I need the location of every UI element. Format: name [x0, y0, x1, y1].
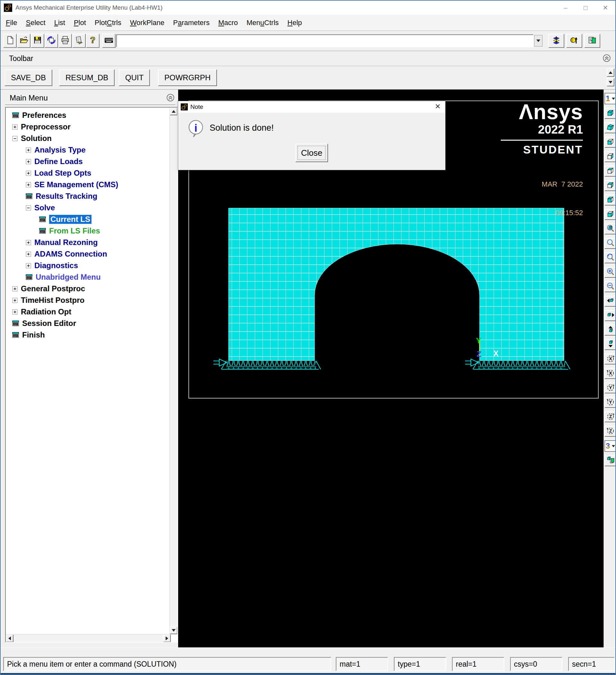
tree-item-unabridged-menu[interactable]: Unabridged Menu [6, 271, 168, 283]
expand-plus-icon[interactable] [26, 240, 31, 245]
save-db-button[interactable]: SAVE_DB [4, 69, 52, 86]
graphics-area[interactable]: Y Z X Λnsys 2022 R1 STUDENT MAR 7 2022 0… [178, 90, 604, 648]
tree-item-manual-rezoning[interactable]: Manual Rezoning [6, 237, 168, 248]
collapse-minus-icon[interactable] [12, 136, 18, 141]
expand-plus-icon[interactable] [12, 124, 18, 130]
menu-menuctrls[interactable]: MenuCtrls [246, 19, 279, 27]
tree-scroll-right[interactable] [163, 634, 171, 642]
expand-plus-icon[interactable] [12, 298, 18, 303]
rotate-x-neg-button[interactable]: X [604, 368, 616, 379]
zoom-window-button[interactable] [604, 238, 616, 249]
tree-scroll-left[interactable] [6, 634, 13, 642]
rotate-z-neg-button[interactable]: Z [604, 426, 616, 437]
note-close-button[interactable]: Close [295, 144, 328, 162]
view-front-button[interactable] [604, 137, 616, 148]
report-button[interactable] [72, 34, 86, 48]
menu-plot[interactable]: Plot [74, 19, 86, 27]
tree-item-current-ls[interactable]: Current LS [6, 214, 168, 225]
multi-window-button[interactable] [604, 455, 616, 466]
tree-item-results-tracking[interactable]: Results Tracking [6, 191, 168, 202]
resum-db-button[interactable]: RESUM_DB [59, 69, 114, 86]
layers-button[interactable] [548, 34, 564, 48]
rotate-z-pos-button[interactable]: Z [604, 411, 616, 422]
tree-horizontal-scrollbar[interactable] [6, 634, 171, 642]
menu-parameters[interactable]: Parameters [173, 19, 210, 27]
expand-plus-icon[interactable] [26, 263, 31, 269]
toolbar-scroll-up[interactable] [607, 68, 614, 77]
tree-scroll-up[interactable] [170, 107, 177, 115]
rotate-y-pos-button[interactable]: Y [604, 382, 616, 393]
tree-item-preprocessor[interactable]: Preprocessor [6, 121, 168, 133]
powrgrph-button[interactable]: POWRGRPH [158, 69, 217, 86]
note-close-x-button[interactable]: ✕ [435, 102, 441, 111]
view-left-button[interactable] [604, 195, 616, 206]
collapse-main-menu-icon[interactable] [166, 93, 175, 102]
menu-macro[interactable]: Macro [218, 19, 238, 27]
open-folder-button[interactable] [17, 34, 30, 48]
rotate-y-neg-button[interactable]: Y [604, 397, 616, 408]
contour-spinner[interactable]: 3 [604, 440, 616, 452]
save-button[interactable] [31, 34, 44, 48]
expand-plus-icon[interactable] [12, 309, 18, 315]
chevron-down-icon[interactable] [612, 98, 615, 100]
view-back-button[interactable] [604, 180, 616, 191]
tree-item-finish[interactable]: Finish [6, 329, 168, 341]
expand-plus-icon[interactable] [26, 251, 31, 257]
menu-select[interactable]: Select [26, 19, 45, 27]
pan-down-button[interactable] [604, 339, 616, 350]
zoom-back-button[interactable] [604, 252, 616, 263]
tree-item-solve[interactable]: Solve [6, 202, 168, 214]
dialog-controls-button[interactable] [584, 34, 600, 48]
command-input[interactable] [116, 34, 534, 47]
expand-plus-icon[interactable] [12, 286, 18, 292]
tree-item-load-step-opts[interactable]: Load Step Opts [6, 167, 168, 179]
keyboard-icon[interactable] [102, 34, 116, 48]
expand-plus-icon[interactable] [26, 182, 31, 188]
tree-item-define-loads[interactable]: Define Loads [6, 156, 168, 167]
menu-help[interactable]: Help [287, 19, 302, 27]
pan-up-button[interactable] [604, 325, 616, 335]
raise-hidden-button[interactable] [566, 34, 582, 48]
pan-left-button[interactable] [604, 296, 616, 307]
toolbar-scroll-down[interactable] [607, 78, 614, 86]
menu-workplane[interactable]: WorkPlane [130, 19, 164, 27]
collapse-minus-icon[interactable] [26, 205, 31, 211]
minimize-button[interactable]: – [556, 1, 575, 15]
window-number-spinner[interactable]: 1 [604, 93, 616, 104]
expand-plus-icon[interactable] [26, 147, 31, 153]
new-file-button[interactable] [3, 34, 17, 48]
tree-item-adams-connection[interactable]: ADAMS Connection [6, 248, 168, 260]
tree-scroll-down[interactable] [170, 626, 177, 634]
tree-item-preferences[interactable]: Preferences [6, 109, 168, 121]
tree-item-general-postproc[interactable]: General Postproc [6, 283, 168, 294]
zoom-out-button[interactable] [604, 281, 616, 292]
close-button[interactable]: ✕ [596, 1, 615, 15]
tree-item-session-editor[interactable]: Session Editor [6, 318, 168, 329]
zoom-in-button[interactable] [604, 267, 616, 278]
chevron-down-icon[interactable] [612, 445, 615, 447]
tree-item-radiation-opt[interactable]: Radiation Opt [6, 306, 168, 318]
quit-button[interactable]: QUIT [119, 69, 150, 86]
tree-item-from-ls-files[interactable]: From LS Files [6, 225, 168, 237]
help-button[interactable]: ? [86, 34, 99, 48]
view-bottom-button[interactable] [604, 209, 616, 220]
view-oblique-button[interactable] [604, 122, 616, 133]
maximize-button[interactable]: □ [575, 1, 596, 15]
menu-file[interactable]: File [6, 19, 17, 27]
tree-item-diagnostics[interactable]: Diagnostics [6, 260, 168, 271]
print-button[interactable] [59, 34, 72, 48]
zoom-fit-button[interactable] [604, 224, 616, 234]
view-right-button[interactable] [604, 151, 616, 162]
refresh-button[interactable] [45, 34, 58, 48]
view-top-button[interactable] [604, 166, 616, 176]
tree-item-analysis-type[interactable]: Analysis Type [6, 144, 168, 156]
command-dropdown-button[interactable] [534, 35, 542, 47]
pan-right-button[interactable] [604, 310, 616, 321]
tree-vertical-scrollbar[interactable] [169, 107, 177, 634]
menu-plotctrls[interactable]: PlotCtrls [95, 19, 121, 27]
menu-list[interactable]: List [54, 19, 65, 27]
expand-plus-icon[interactable] [26, 159, 31, 164]
view-iso-button[interactable] [604, 108, 616, 119]
expand-plus-icon[interactable] [26, 170, 31, 176]
note-dialog-titlebar[interactable]: Note ✕ [178, 101, 445, 113]
